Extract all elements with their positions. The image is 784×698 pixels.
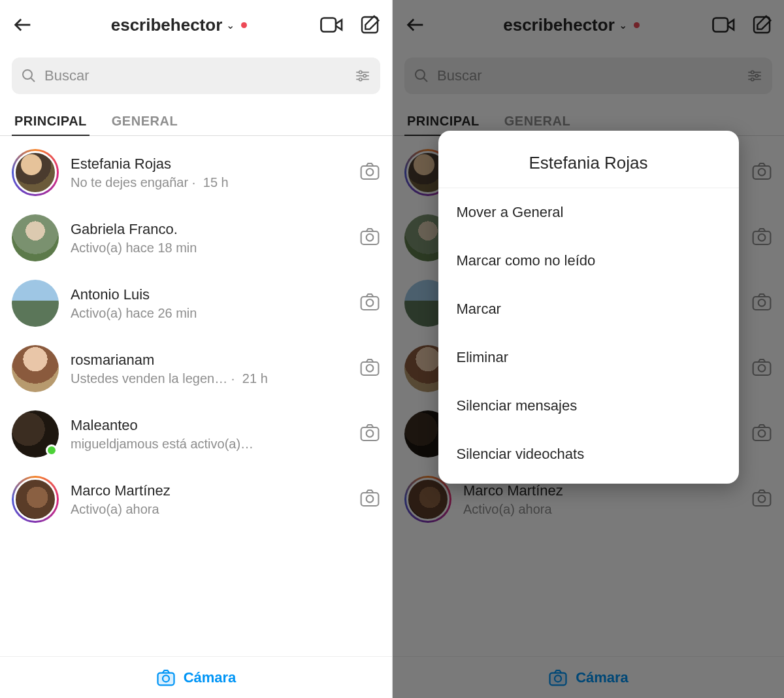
svg-point-3 xyxy=(23,70,32,79)
camera-icon xyxy=(359,357,380,377)
camera-label: Cámara xyxy=(184,669,237,686)
avatar[interactable] xyxy=(12,476,59,523)
camera-icon xyxy=(156,669,176,687)
avatar[interactable] xyxy=(12,280,59,327)
video-call-button[interactable] xyxy=(320,15,344,35)
chat-content: Gabriela Franco.Activo(a) hace 18 min xyxy=(71,221,348,256)
svg-rect-1 xyxy=(321,18,336,32)
chat-subtitle: No te dejes engañar · 15 h xyxy=(71,175,348,190)
tab-general[interactable]: GENERAL xyxy=(109,107,180,135)
chat-content: rosmarianamUstedes venden la legen… · 21… xyxy=(71,352,348,386)
camera-shortcut[interactable] xyxy=(359,227,380,249)
chat-subtitle: migueldjamous está activo(a)… xyxy=(71,437,348,452)
compose-icon xyxy=(359,14,380,35)
tabs: PRINCIPAL GENERAL xyxy=(0,101,392,136)
dm-inbox-panel-context: escribehector ⌄ PRINCIPAL GENERAL Estefa… xyxy=(392,0,784,698)
chat-content: Marco MartínezActivo(a) ahora xyxy=(71,482,348,517)
svg-point-8 xyxy=(363,75,366,77)
chat-content: Antonio LuisActivo(a) hace 26 min xyxy=(71,286,348,321)
chat-list: Estefania RojasNo te dejes engañar · 15 … xyxy=(0,136,392,578)
chat-row[interactable]: Marco MartínezActivo(a) ahora xyxy=(0,467,392,532)
avatar[interactable] xyxy=(12,345,59,392)
chevron-down-icon: ⌄ xyxy=(226,19,235,31)
camera-icon xyxy=(359,161,380,181)
camera-shortcut[interactable] xyxy=(359,357,380,380)
svg-point-22 xyxy=(367,495,374,503)
svg-point-10 xyxy=(359,78,362,80)
chat-name: Antonio Luis xyxy=(71,286,348,303)
dm-inbox-panel: escribehector ⌄ PRINCIPAL GENERAL Estefa… xyxy=(0,0,392,698)
context-menu-item[interactable]: Marcar como no leído xyxy=(438,237,739,285)
camera-icon xyxy=(359,292,380,312)
chat-row[interactable]: Maleanteomigueldjamous está activo(a)… xyxy=(0,401,392,467)
search-input[interactable] xyxy=(44,67,346,84)
camera-shortcut[interactable] xyxy=(359,423,380,445)
search-bar[interactable] xyxy=(12,58,380,94)
avatar[interactable] xyxy=(12,410,59,457)
chat-name: Maleanteo xyxy=(71,417,348,434)
chat-name: Marco Martínez xyxy=(71,482,348,499)
chat-name: Estefania Rojas xyxy=(71,156,348,173)
back-arrow-icon xyxy=(12,14,34,36)
chat-name: Gabriela Franco. xyxy=(71,221,348,238)
chat-name: rosmarianam xyxy=(71,352,348,369)
online-indicator xyxy=(46,444,57,456)
chat-row[interactable]: rosmarianamUstedes venden la legen… · 21… xyxy=(0,336,392,401)
chat-subtitle: Activo(a) hace 18 min xyxy=(71,241,348,256)
svg-point-16 xyxy=(367,299,374,307)
camera-shortcut[interactable] xyxy=(359,292,380,314)
context-menu-item[interactable]: Eliminar xyxy=(438,333,739,382)
video-camera-icon xyxy=(320,15,344,35)
context-menu-item[interactable]: Silenciar mensajes xyxy=(438,382,739,430)
camera-icon xyxy=(359,423,380,442)
chat-row[interactable]: Antonio LuisActivo(a) hace 26 min xyxy=(0,271,392,336)
tab-principal[interactable]: PRINCIPAL xyxy=(12,107,90,135)
avatar[interactable] xyxy=(12,214,59,261)
chat-content: Estefania RojasNo te dejes engañar · 15 … xyxy=(71,156,348,190)
back-button[interactable] xyxy=(12,14,38,36)
username: escribehector xyxy=(111,15,223,35)
header: escribehector ⌄ xyxy=(0,0,392,50)
svg-point-6 xyxy=(359,71,362,73)
chat-subtitle: Activo(a) hace 26 min xyxy=(71,306,348,321)
context-menu-item[interactable]: Marcar xyxy=(438,285,739,333)
svg-line-4 xyxy=(31,78,35,82)
chat-content: Maleanteomigueldjamous está activo(a)… xyxy=(71,417,348,452)
avatar[interactable] xyxy=(12,149,59,196)
chat-subtitle: Ustedes venden la legen… · 21 h xyxy=(71,371,348,386)
filter-icon[interactable] xyxy=(354,67,371,84)
camera-shortcut[interactable] xyxy=(359,488,380,510)
svg-point-18 xyxy=(367,365,374,372)
context-menu-item[interactable]: Mover a General xyxy=(438,188,739,237)
camera-bar[interactable]: Cámara xyxy=(0,656,392,698)
search-icon xyxy=(21,68,37,84)
notification-dot xyxy=(241,22,247,28)
camera-icon xyxy=(359,227,380,246)
context-menu: Estefania Rojas Mover a GeneralMarcar co… xyxy=(438,131,739,484)
chat-subtitle: Activo(a) ahora xyxy=(71,502,348,517)
chat-row[interactable]: Estefania RojasNo te dejes engañar · 15 … xyxy=(0,140,392,205)
context-menu-item[interactable]: Silenciar videochats xyxy=(438,430,739,478)
svg-point-12 xyxy=(367,169,374,176)
camera-icon xyxy=(359,488,380,508)
svg-rect-2 xyxy=(362,17,378,33)
new-message-button[interactable] xyxy=(359,14,380,35)
chat-row[interactable]: Gabriela Franco.Activo(a) hace 18 min xyxy=(0,205,392,271)
svg-point-14 xyxy=(367,234,374,241)
camera-shortcut[interactable] xyxy=(359,161,380,184)
account-switcher[interactable]: escribehector ⌄ xyxy=(38,15,320,35)
context-menu-title: Estefania Rojas xyxy=(438,136,739,188)
svg-point-20 xyxy=(367,430,374,437)
